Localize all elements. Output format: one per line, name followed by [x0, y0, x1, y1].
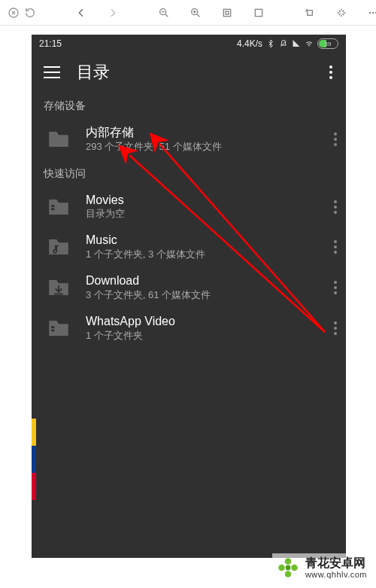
viewer-toolbar: [0, 0, 376, 26]
section-header-storage: 存储设备: [32, 92, 346, 119]
zoom-in-icon[interactable]: [190, 7, 202, 19]
svg-point-18: [285, 571, 292, 577]
item-subtitle: 1 个子文件夹: [86, 330, 317, 343]
item-menu-icon[interactable]: [329, 193, 338, 221]
forward-arrow-icon[interactable]: [107, 7, 119, 19]
phone-screenshot: 21:15 4.4K/s 39 目录 存储设备: [32, 35, 346, 558]
svg-rect-11: [51, 326, 54, 328]
item-menu-icon[interactable]: [329, 314, 338, 343]
item-subtitle: 1 个子文件夹, 3 个媒体文件: [86, 248, 317, 261]
side-stripe: [32, 419, 36, 446]
actual-size-icon[interactable]: [253, 7, 265, 19]
svg-rect-10: [51, 208, 54, 210]
svg-rect-9: [51, 205, 54, 207]
side-stripe: [32, 473, 36, 500]
svg-rect-4: [255, 9, 262, 16]
quick-item-movies[interactable]: Movies 目录为空: [32, 187, 346, 227]
vibrate-icon: [279, 39, 288, 48]
svg-point-15: [285, 558, 292, 565]
quick-item-download[interactable]: Download 3 个子文件夹, 61 个媒体文件: [32, 267, 346, 308]
svg-point-19: [285, 565, 290, 571]
refresh-icon[interactable]: [24, 7, 36, 19]
item-menu-icon[interactable]: [329, 125, 338, 154]
svg-point-6: [369, 11, 371, 13]
svg-rect-3: [223, 9, 230, 16]
status-time: 21:15: [39, 38, 62, 49]
quick-item-whatsapp-video[interactable]: WhatsApp Video 1 个子文件夹: [32, 308, 346, 349]
watermark: 青花安卓网 www.qhhlv.com: [272, 553, 370, 582]
item-menu-icon[interactable]: [329, 233, 338, 261]
item-title: WhatsApp Video: [86, 314, 317, 330]
item-subtitle: 目录为空: [86, 208, 317, 221]
video-folder-icon: [44, 193, 74, 221]
quick-item-music[interactable]: Music 1 个子文件夹, 3 个媒体文件: [32, 227, 346, 267]
section-header-quick: 快速访问: [32, 160, 346, 187]
net-speed: 4.4K/s: [237, 38, 262, 49]
app-bar: 目录: [32, 53, 346, 92]
battery-indicator: 39: [317, 38, 338, 49]
item-subtitle: 3 个子文件夹, 61 个媒体文件: [86, 289, 317, 302]
svg-point-16: [278, 565, 285, 571]
zoom-out-icon[interactable]: [158, 7, 170, 19]
side-stripe: [32, 446, 36, 473]
svg-point-17: [291, 565, 298, 571]
back-arrow-icon[interactable]: [75, 7, 87, 19]
video-folder-icon: [44, 315, 74, 342]
item-subtitle: 293 个子文件夹, 51 个媒体文件: [86, 141, 317, 154]
watermark-url: www.qhhlv.com: [305, 570, 367, 579]
item-title: Music: [86, 233, 317, 248]
wifi-icon: [305, 39, 314, 48]
item-title: Download: [86, 273, 317, 289]
fit-window-icon[interactable]: [221, 7, 233, 19]
svg-rect-5: [308, 10, 313, 15]
rotate-icon[interactable]: [304, 7, 316, 19]
watermark-title: 青花安卓网: [305, 556, 367, 570]
download-folder-icon: [44, 274, 74, 301]
music-folder-icon: [44, 233, 74, 260]
signal-icon: [292, 39, 301, 48]
sparkle-icon[interactable]: [335, 7, 347, 19]
hamburger-menu-icon[interactable]: [44, 66, 60, 78]
watermark-logo-icon: [275, 555, 301, 580]
item-title: Movies: [86, 193, 317, 209]
close-icon[interactable]: [8, 7, 20, 19]
status-right-cluster: 4.4K/s 39: [237, 38, 338, 49]
bluetooth-icon: [266, 39, 275, 48]
svg-point-7: [372, 11, 374, 13]
svg-rect-12: [51, 329, 54, 331]
item-menu-icon[interactable]: [329, 273, 338, 302]
item-title: 内部存储: [86, 125, 317, 141]
app-title: 目录: [77, 61, 110, 84]
storage-item-internal[interactable]: 内部存储 293 个子文件夹, 51 个媒体文件: [32, 119, 346, 160]
android-status-bar: 21:15 4.4K/s 39: [32, 35, 346, 53]
more-icon[interactable]: [367, 7, 376, 19]
folder-icon: [44, 126, 74, 153]
app-overflow-menu-icon[interactable]: [325, 61, 334, 84]
